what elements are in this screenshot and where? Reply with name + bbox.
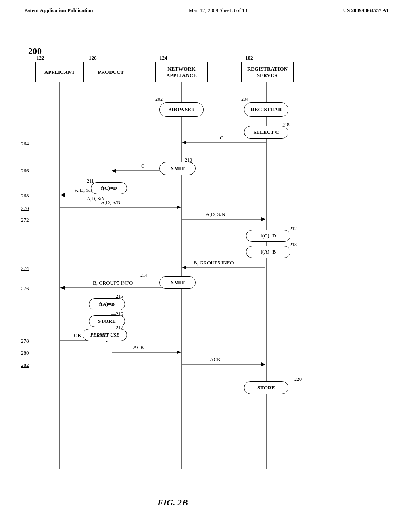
row-270: 270 <box>21 205 29 212</box>
row-274: 274 <box>21 265 29 272</box>
box-browser: BROWSER <box>159 102 204 117</box>
svg-text:B, GROUP5 INFO: B, GROUP5 INFO <box>93 280 133 286</box>
label-122: 122 <box>36 55 44 61</box>
svg-marker-20 <box>182 266 186 270</box>
svg-marker-32 <box>261 362 265 366</box>
box-store-220: STORE <box>244 381 288 394</box>
label-212: 212 <box>290 226 297 232</box>
box-select-c: SELECT C <box>244 126 288 139</box>
header-left: Patent Application Publication <box>24 7 93 14</box>
box-network-appliance: NETWORKAPPLIANCE <box>155 62 208 82</box>
label-ad-sn-product: A,D, S/N <box>87 196 105 202</box>
label-202: 202 <box>155 96 163 102</box>
diagram: C C A,D, S/N A,D, S/N A,D, S/N B, GROUP5… <box>0 22 413 513</box>
diagram-lines: C C A,D, S/N A,D, S/N A,D, S/N B, GROUP5… <box>0 22 413 513</box>
header: Patent Application Publication Mar. 12, … <box>0 0 413 18</box>
svg-text:B, GROUP5 INFO: B, GROUP5 INFO <box>194 260 234 266</box>
svg-marker-29 <box>177 350 181 354</box>
header-center: Mar. 12, 2009 Sheet 3 of 13 <box>189 7 247 14</box>
box-permit-use-217: PERMIT USE <box>83 329 127 341</box>
row-280: 280 <box>21 350 29 356</box>
box-applicant: APPLICANT <box>35 62 84 82</box>
svg-text:ACK: ACK <box>210 356 221 362</box>
box-fcd-211: f(C)=D <box>91 182 127 194</box>
box-registrar: REGISTRAR <box>244 102 288 117</box>
row-276: 276 <box>21 285 29 292</box>
box-xmit-214: XMIT <box>159 276 196 289</box>
row-268: 268 <box>21 193 29 199</box>
header-right: US 2009/0064557 A1 <box>343 7 389 14</box>
svg-marker-14 <box>177 205 181 209</box>
label-124: 124 <box>159 55 167 61</box>
svg-marker-17 <box>261 217 265 221</box>
label-126: 126 <box>89 55 97 61</box>
label-213: 213 <box>290 242 297 248</box>
page: Patent Application Publication Mar. 12, … <box>0 0 413 532</box>
svg-text:OK: OK <box>74 332 81 338</box>
row-282: 282 <box>21 362 29 368</box>
box-fab-215: f(A)=B <box>89 298 125 310</box>
svg-text:A,D, S/N: A,D, S/N <box>206 211 225 217</box>
label-214: 214 <box>140 272 148 278</box>
label-102: 102 <box>245 55 253 61</box>
row-266: 266 <box>21 168 29 174</box>
svg-marker-5 <box>182 141 186 145</box>
row-272: 272 <box>21 217 29 223</box>
row-264: 264 <box>21 141 29 147</box>
svg-text:C: C <box>220 135 223 141</box>
svg-marker-8 <box>112 169 116 173</box>
box-fab-213: f(A)=B <box>246 246 290 258</box>
box-product: PRODUCT <box>87 62 135 82</box>
svg-marker-11 <box>60 193 65 197</box>
svg-marker-23 <box>60 286 65 290</box>
box-fcd-212: f(C)=D <box>246 230 290 242</box>
row-278: 278 <box>21 338 29 344</box>
label-204: 204 <box>241 96 248 102</box>
label-220: —220 <box>290 376 302 382</box>
svg-text:C: C <box>141 163 145 169</box>
box-registration-server: REGISTRATIONSERVER <box>241 62 294 82</box>
figure-caption: FIG. 2B <box>157 497 188 508</box>
box-xmit-210: XMIT <box>159 162 196 175</box>
svg-text:ACK: ACK <box>133 344 144 350</box>
